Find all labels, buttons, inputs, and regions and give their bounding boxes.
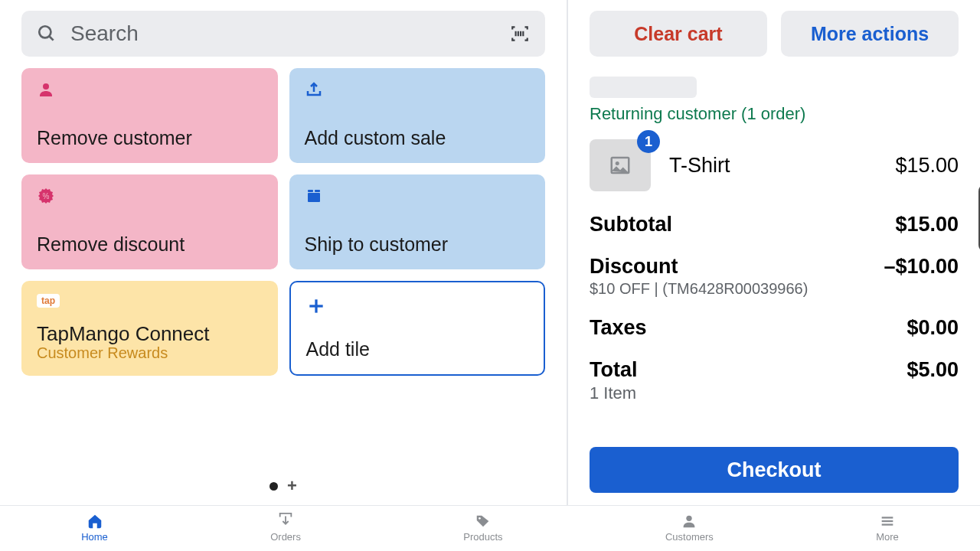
svg-text:%: % — [43, 192, 50, 201]
nav-customers[interactable]: Customers — [665, 513, 714, 543]
svg-line-1 — [49, 36, 53, 40]
tile-add-tile[interactable]: Add tile — [289, 281, 546, 376]
discount-label: Discount — [590, 255, 808, 279]
svg-rect-10 — [315, 190, 320, 192]
svg-rect-8 — [308, 193, 320, 202]
svg-point-14 — [616, 161, 619, 165]
tiles-grid: Remove customer Add custom sale % Remove… — [21, 68, 545, 376]
nav-label: More — [876, 531, 899, 543]
plus-icon — [306, 296, 529, 318]
package-icon — [305, 187, 531, 208]
nav-products[interactable]: Products — [463, 513, 502, 543]
svg-point-0 — [39, 26, 51, 37]
nav-orders[interactable]: Orders — [270, 513, 301, 543]
bottom-nav: Home Orders Products Customers More — [0, 505, 980, 549]
subtotal-row: Subtotal $15.00 — [590, 213, 959, 236]
nav-label: Customers — [665, 531, 714, 543]
discount-row[interactable]: Discount $10 OFF | (TM6428R00039966) –$1… — [590, 255, 959, 298]
search-icon — [37, 24, 57, 44]
nav-label: Products — [463, 531, 502, 543]
more-actions-button[interactable]: More actions — [781, 11, 959, 57]
right-panel: Clear cart More actions Returning custom… — [568, 0, 980, 505]
pager: + — [21, 476, 545, 505]
svg-point-16 — [687, 516, 692, 521]
returning-customer-label: Returning customer (1 order) — [590, 104, 959, 124]
tile-label: Remove discount — [37, 233, 263, 256]
nav-more[interactable]: More — [876, 513, 899, 543]
svg-rect-9 — [308, 190, 313, 192]
tile-remove-customer[interactable]: Remove customer — [21, 68, 278, 163]
tapmango-icon: tap — [37, 293, 263, 315]
tile-sublabel: Customer Rewards — [37, 344, 263, 362]
total-row: Total 1 Item $5.00 — [590, 358, 959, 403]
pager-add-icon[interactable]: + — [287, 476, 297, 496]
nav-label: Home — [81, 531, 108, 543]
tile-label: Add tile — [306, 338, 529, 360]
discount-icon: % — [37, 187, 263, 208]
svg-point-15 — [479, 517, 481, 520]
nav-home[interactable]: Home — [81, 513, 108, 543]
tile-remove-discount[interactable]: % Remove discount — [21, 174, 278, 269]
item-price: $15.00 — [895, 154, 959, 178]
pager-dot[interactable] — [270, 482, 278, 491]
tile-add-custom-sale[interactable]: Add custom sale — [289, 68, 546, 163]
subtotal-label: Subtotal — [590, 213, 672, 236]
tile-label: TapMango Connect — [37, 322, 263, 346]
upload-icon — [305, 80, 531, 102]
checkout-button[interactable]: Checkout — [590, 447, 959, 493]
tile-tapmango[interactable]: tap TapMango Connect Customer Rewards — [21, 281, 278, 376]
subtotal-value: $15.00 — [895, 213, 959, 236]
app-shell: Remove customer Add custom sale % Remove… — [0, 0, 980, 505]
cart-item-row[interactable]: 1 T-Shirt $15.00 — [590, 139, 959, 191]
taxes-row: Taxes $0.00 — [590, 316, 959, 340]
item-thumbnail: 1 — [590, 139, 651, 191]
total-value: $5.00 — [906, 358, 959, 382]
left-panel: Remove customer Add custom sale % Remove… — [0, 0, 567, 505]
discount-detail: $10 OFF | (TM6428R00039966) — [590, 280, 808, 298]
tile-label: Remove customer — [37, 127, 263, 149]
total-sub: 1 Item — [590, 383, 638, 403]
discount-value: –$10.00 — [884, 255, 959, 279]
tile-label: Add custom sale — [305, 127, 531, 149]
search-input[interactable] — [70, 21, 496, 46]
item-name: T-Shirt — [669, 154, 877, 178]
taxes-value: $0.00 — [906, 316, 959, 340]
barcode-icon[interactable] — [510, 24, 530, 44]
nav-label: Orders — [270, 531, 301, 543]
taxes-label: Taxes — [590, 316, 647, 340]
search-bar[interactable] — [21, 11, 545, 57]
tile-ship-to-customer[interactable]: Ship to customer — [289, 174, 546, 269]
top-actions: Clear cart More actions — [590, 11, 959, 57]
svg-point-6 — [43, 83, 49, 90]
tile-label: Ship to customer — [305, 233, 531, 256]
quantity-badge: 1 — [637, 130, 660, 153]
person-icon — [37, 80, 263, 102]
customer-name-redacted — [590, 77, 697, 98]
clear-cart-button[interactable]: Clear cart — [590, 11, 767, 57]
total-label: Total — [590, 358, 638, 382]
